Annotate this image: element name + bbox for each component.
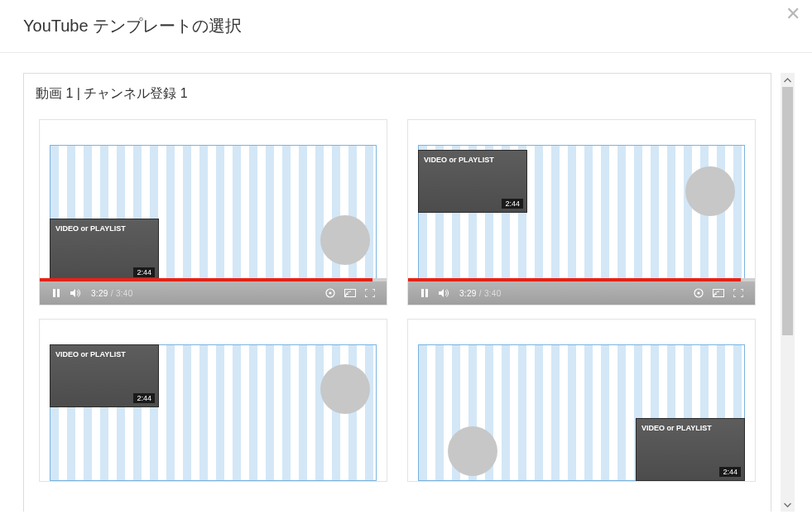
elapsed-time: 3:29 xyxy=(459,289,477,298)
player-controls: 3:29 / 3:40 xyxy=(40,281,387,305)
thumbnail-label: VIDEO or PLAYLIST xyxy=(55,224,126,233)
scroll-area: 動画 1 | チャンネル登録 1 VIDEO or PLAYLIST 2:44 xyxy=(23,73,795,512)
svg-point-10 xyxy=(697,291,699,294)
thumbnail-label: VIDEO or PLAYLIST xyxy=(424,156,494,164)
svg-marker-2 xyxy=(70,289,75,297)
close-icon[interactable]: ✕ xyxy=(786,5,800,23)
template-stage: VIDEO or PLAYLIST 2:44 xyxy=(408,320,755,481)
duration-time: 3:40 xyxy=(116,289,133,298)
cast-icon[interactable] xyxy=(712,286,725,300)
svg-rect-7 xyxy=(425,289,428,297)
scrollbar-thumb[interactable] xyxy=(782,87,793,335)
svg-rect-0 xyxy=(53,289,55,297)
settings-gear-icon[interactable] xyxy=(324,286,337,300)
thumbnail-label: VIDEO or PLAYLIST xyxy=(55,350,126,358)
video-thumbnail: VIDEO or PLAYLIST 2:44 xyxy=(636,418,745,481)
volume-icon[interactable] xyxy=(70,286,83,300)
template-card[interactable]: VIDEO or PLAYLIST 2:44 xyxy=(39,319,387,482)
thumbnail-duration: 2:44 xyxy=(719,467,741,477)
pause-icon[interactable] xyxy=(50,286,63,300)
volume-icon[interactable] xyxy=(438,286,451,300)
thumbnail-label: VIDEO or PLAYLIST xyxy=(641,424,712,432)
channel-avatar xyxy=(685,166,735,216)
player-controls: 3:29 / 3:40 xyxy=(408,281,755,305)
time-display: 3:29 / 3:40 xyxy=(459,289,502,298)
cast-icon[interactable] xyxy=(344,286,357,300)
vertical-scrollbar[interactable] xyxy=(781,73,795,512)
elapsed-time: 3:29 xyxy=(91,289,108,298)
channel-avatar xyxy=(448,426,497,476)
svg-marker-8 xyxy=(439,289,444,297)
time-display: 3:29 / 3:40 xyxy=(91,289,133,298)
template-stage: VIDEO or PLAYLIST 2:44 xyxy=(40,320,387,481)
scroll-down-icon[interactable] xyxy=(781,498,795,512)
pause-icon[interactable] xyxy=(418,286,431,300)
video-thumbnail: VIDEO or PLAYLIST 2:44 xyxy=(418,150,527,213)
template-grid: VIDEO or PLAYLIST 2:44 xyxy=(24,113,771,488)
settings-gear-icon[interactable] xyxy=(692,286,705,300)
duration-time: 3:40 xyxy=(484,289,502,298)
template-card[interactable]: VIDEO or PLAYLIST 2:44 xyxy=(407,319,756,482)
svg-rect-6 xyxy=(421,289,424,297)
template-stage: VIDEO or PLAYLIST 2:44 xyxy=(408,120,755,281)
scroll-up-icon[interactable] xyxy=(781,73,795,87)
template-stage: VIDEO or PLAYLIST 2:44 xyxy=(40,120,387,281)
thumbnail-duration: 2:44 xyxy=(502,199,523,209)
fullscreen-icon[interactable] xyxy=(732,286,745,300)
svg-point-4 xyxy=(329,291,331,294)
dialog-content: 動画 1 | チャンネル登録 1 VIDEO or PLAYLIST 2:44 xyxy=(0,53,812,512)
svg-rect-1 xyxy=(57,289,60,297)
template-card[interactable]: VIDEO or PLAYLIST 2:44 xyxy=(407,119,756,305)
template-card[interactable]: VIDEO or PLAYLIST 2:44 xyxy=(39,119,387,305)
section-title: 動画 1 | チャンネル登録 1 xyxy=(24,74,771,113)
dialog-title: YouTube テンプレートの選択 xyxy=(0,0,812,53)
video-thumbnail: VIDEO or PLAYLIST 2:44 xyxy=(50,219,159,281)
template-panel: 動画 1 | チャンネル登録 1 VIDEO or PLAYLIST 2:44 xyxy=(23,73,771,512)
template-picker-dialog: ✕ YouTube テンプレートの選択 動画 1 | チャンネル登録 1 VID… xyxy=(0,0,812,529)
thumbnail-duration: 2:44 xyxy=(133,393,155,403)
fullscreen-icon[interactable] xyxy=(363,286,377,300)
thumbnail-duration: 2:44 xyxy=(133,267,155,277)
channel-avatar xyxy=(320,364,370,414)
channel-avatar xyxy=(320,215,370,265)
video-thumbnail: VIDEO or PLAYLIST 2:44 xyxy=(50,344,159,407)
